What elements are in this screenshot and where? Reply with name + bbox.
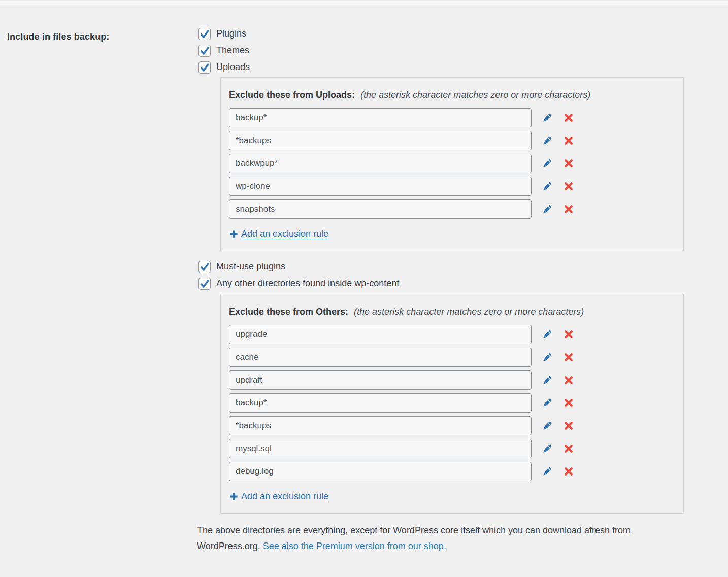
- others-exclusions-panel: Exclude these from Others: (the asterisk…: [220, 294, 684, 514]
- x-icon: [564, 158, 574, 168]
- x-icon: [564, 113, 574, 123]
- exclusion-rule-input[interactable]: [229, 131, 532, 150]
- exclusion-rule-row: [229, 462, 670, 481]
- pencil-icon: [541, 203, 553, 216]
- add-exclusion-rule-label: Add an exclusion rule: [241, 229, 328, 240]
- section-label: Include in files backup:: [7, 31, 109, 42]
- add-rule-row: Add an exclusion rule: [229, 491, 670, 502]
- exclusion-rule-input[interactable]: [229, 325, 532, 344]
- delete-rule-button[interactable]: [562, 157, 575, 170]
- edit-rule-button[interactable]: [540, 134, 553, 147]
- edit-rule-button[interactable]: [540, 374, 553, 387]
- edit-rule-button[interactable]: [540, 396, 553, 410]
- edit-rule-button[interactable]: [540, 442, 553, 455]
- pencil-icon: [541, 374, 553, 387]
- delete-rule-button[interactable]: [562, 419, 575, 432]
- checkmark-icon: [199, 28, 210, 40]
- checkmark-icon: [199, 278, 210, 289]
- delete-rule-button[interactable]: [562, 396, 575, 410]
- checkbox-label: Must-use plugins: [216, 261, 285, 272]
- edit-rule-button[interactable]: [540, 180, 553, 193]
- plus-icon: [229, 492, 239, 501]
- pencil-icon: [541, 420, 553, 432]
- exclusion-rule-input[interactable]: [229, 108, 532, 127]
- checkbox[interactable]: [198, 261, 211, 273]
- pencil-icon: [541, 397, 553, 410]
- edit-rule-button[interactable]: [540, 351, 553, 364]
- x-icon: [564, 375, 574, 385]
- pencil-icon: [541, 112, 553, 124]
- pencil-icon: [541, 134, 553, 147]
- exclusion-rule-row: [229, 416, 670, 435]
- edit-rule-button[interactable]: [540, 157, 553, 170]
- x-icon: [564, 466, 574, 477]
- x-icon: [564, 204, 574, 214]
- others-exclusion-rules: [229, 325, 670, 481]
- checkbox-label: Any other directories found inside wp-co…: [216, 278, 399, 289]
- delete-rule-button[interactable]: [562, 351, 575, 364]
- checkbox-row: Plugins: [198, 25, 686, 42]
- exclusion-rule-input[interactable]: [229, 439, 532, 458]
- panel-note: (the asterisk character matches zero or …: [354, 307, 584, 317]
- exclusion-rule-input[interactable]: [229, 462, 532, 481]
- x-icon: [564, 352, 574, 362]
- x-icon: [564, 135, 574, 146]
- exclusion-rule-row: [229, 370, 670, 390]
- delete-rule-button[interactable]: [562, 134, 575, 147]
- pencil-icon: [541, 157, 553, 170]
- x-icon: [564, 444, 574, 454]
- exclusion-rule-input[interactable]: [229, 348, 532, 367]
- delete-rule-button[interactable]: [562, 328, 575, 341]
- edit-rule-button[interactable]: [540, 419, 553, 432]
- checkbox[interactable]: [198, 61, 211, 74]
- checkbox[interactable]: [198, 28, 211, 40]
- add-exclusion-rule-link[interactable]: Add an exclusion rule: [229, 229, 328, 240]
- exclusion-rule-input[interactable]: [229, 199, 532, 219]
- delete-rule-button[interactable]: [562, 374, 575, 387]
- pencil-icon: [541, 180, 553, 193]
- x-icon: [564, 181, 574, 191]
- exclusion-rule-row: [229, 154, 670, 173]
- delete-rule-button[interactable]: [562, 180, 575, 193]
- pencil-icon: [541, 465, 553, 478]
- top-divider: [0, 0, 728, 5]
- panel-header: Exclude these from Others: (the asterisk…: [229, 307, 670, 317]
- checkbox-label: Plugins: [216, 28, 246, 39]
- checkbox-label: Uploads: [216, 62, 250, 73]
- footer-note: The above directories are everything, ex…: [197, 523, 677, 554]
- checkbox[interactable]: [198, 45, 211, 57]
- x-icon: [564, 329, 574, 340]
- x-icon: [564, 398, 574, 408]
- delete-rule-button[interactable]: [562, 442, 575, 455]
- pencil-icon: [541, 443, 553, 455]
- premium-version-link[interactable]: See also the Premium version from our sh…: [263, 541, 446, 551]
- spacer: [198, 251, 686, 258]
- checkmark-icon: [199, 45, 210, 56]
- panel-title: Exclude these from Others:: [229, 307, 348, 317]
- delete-rule-button[interactable]: [562, 465, 575, 478]
- include-options-list: Plugins Themes: [198, 25, 686, 76]
- exclusion-rule-input[interactable]: [229, 154, 532, 173]
- edit-rule-button[interactable]: [540, 328, 553, 341]
- edit-rule-button[interactable]: [540, 202, 553, 216]
- add-exclusion-rule-link[interactable]: Add an exclusion rule: [229, 491, 328, 502]
- exclusion-rule-input[interactable]: [229, 393, 532, 413]
- x-icon: [564, 421, 574, 431]
- add-exclusion-rule-label: Add an exclusion rule: [241, 491, 328, 502]
- edit-rule-button[interactable]: [540, 111, 553, 124]
- exclusion-rule-input[interactable]: [229, 370, 532, 390]
- edit-rule-button[interactable]: [540, 465, 553, 478]
- checkbox-row: Must-use plugins: [198, 258, 686, 275]
- plus-icon: [229, 229, 239, 239]
- uploads-exclusions-panel: Exclude these from Uploads: (the asteris…: [220, 77, 684, 251]
- exclusion-rule-input[interactable]: [229, 177, 532, 196]
- checkbox[interactable]: [198, 278, 211, 290]
- exclusion-rule-row: [229, 177, 670, 196]
- delete-rule-button[interactable]: [562, 202, 575, 216]
- exclusion-rule-input[interactable]: [229, 416, 532, 435]
- exclusion-rule-row: [229, 393, 670, 413]
- exclusion-rule-row: [229, 108, 670, 127]
- pencil-icon: [541, 328, 553, 341]
- delete-rule-button[interactable]: [562, 111, 575, 124]
- panel-note: (the asterisk character matches zero or …: [360, 90, 590, 100]
